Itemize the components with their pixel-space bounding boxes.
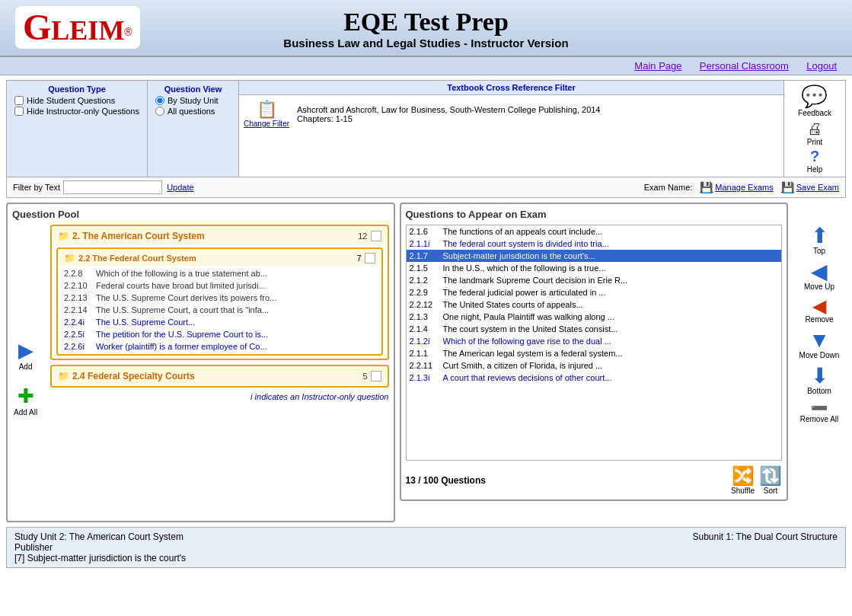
feedback-button[interactable]: 💬 Feedback xyxy=(798,84,831,117)
pool-group-1: 📁 2. The American Court System 12 📁 xyxy=(50,225,389,360)
exam-name-label: Exam Name: xyxy=(644,183,693,192)
question-pool-panel: Question Pool ▶ Add ✚ Add All 📁 2. The A… xyxy=(6,203,395,522)
q-item[interactable]: 2.1.3 One night, Paula Plaintiff was wal… xyxy=(407,311,782,323)
save-exam-button[interactable]: 💾 Save Exam xyxy=(781,181,839,193)
personal-classroom-link[interactable]: Personal Classroom xyxy=(700,60,789,72)
questions-count: 13 / 100 Questions xyxy=(406,475,486,486)
logo-text: GLEIM xyxy=(23,7,124,47)
questions-appear-title: Questions to Appear on Exam xyxy=(406,209,783,220)
filter-area: Question Type Hide Student Questions Hid… xyxy=(6,80,846,198)
manage-exams-button[interactable]: 💾 Manage Exams xyxy=(700,181,773,193)
pool-group-2: 📁 2.4 Federal Specialty Courts 5 xyxy=(50,365,389,388)
add-button[interactable]: ▶ Add xyxy=(18,339,34,371)
q-item-selected[interactable]: 2.1.7 Subject-matter jurisdiction is the… xyxy=(407,250,782,262)
pool-group-1-count: 12 xyxy=(358,231,367,241)
question-type-title: Question Type xyxy=(14,85,139,94)
q-item[interactable]: 2.1.1 The American legal system is a fed… xyxy=(407,347,782,359)
all-questions-label: All questions xyxy=(168,107,215,116)
pool-group-1-header[interactable]: 📁 2. The American Court System 12 xyxy=(53,228,386,244)
add-all-button[interactable]: ✚ Add All xyxy=(14,385,37,417)
remove-button[interactable]: ◀ Remove xyxy=(805,297,833,324)
update-button[interactable]: Update xyxy=(167,183,193,192)
folder-icon-1: 📁 xyxy=(58,231,69,241)
pool-subgroup-1: 📁 2.2 The Federal Court System 7 2.2.8 xyxy=(56,247,383,356)
pool-group-1-title: 2. The American Court System xyxy=(72,231,205,241)
help-button[interactable]: ? Help xyxy=(807,148,823,174)
bottom-question-text: [7] Subject-matter jurisdiction is the c… xyxy=(14,553,186,563)
q-item[interactable]: 2.2.9 The federal judicial power is arti… xyxy=(407,286,782,298)
filter-by-text-label: Filter by Text xyxy=(13,183,60,192)
pool-item-instructor[interactable]: 2.2.4i The U.S. Supreme Court... xyxy=(59,316,380,328)
main-content: Question Pool ▶ Add ✚ Add All 📁 2. The A… xyxy=(6,203,846,522)
nav-bar: Main Page Personal Classroom Logout xyxy=(0,57,852,75)
pool-subgroup-1-count: 7 xyxy=(356,254,361,263)
pool-group-2-count: 5 xyxy=(362,372,367,381)
by-study-unit-label: By Study Unit xyxy=(168,96,219,105)
hide-instructor-checkbox[interactable] xyxy=(14,107,24,116)
folder-icon-2: 📁 xyxy=(58,371,69,381)
pool-group-2-header[interactable]: 📁 2.4 Federal Specialty Courts 5 xyxy=(53,368,386,385)
shuffle-button[interactable]: 🔀 Shuffle xyxy=(731,465,755,495)
bottom-publisher: Publisher xyxy=(14,542,186,553)
q-item[interactable]: 2.1.2i Which of the following gave rise … xyxy=(407,335,782,347)
q-item[interactable]: 2.1.5 In the U.S., which of the followin… xyxy=(407,262,782,274)
textbook-publisher: Ashcroft and Ashcroft, Law for Business,… xyxy=(297,105,600,114)
remove-all-button[interactable]: ➖ Remove All xyxy=(800,401,839,423)
q-item[interactable]: 2.1.1i The federal court system is divid… xyxy=(407,238,782,250)
question-type-panel: Question Type Hide Student Questions Hid… xyxy=(7,81,148,177)
header: GLEIM® EQE Test Prep Business Law and Le… xyxy=(0,0,852,57)
q-item[interactable]: 2.1.6 The functions of an appeals court … xyxy=(407,225,782,238)
move-down-button[interactable]: ▼ Move Down xyxy=(799,330,840,359)
q-item[interactable]: 2.1.3i A court that reviews decisions of… xyxy=(407,372,782,384)
instructor-note: i indicates an Instructor-only question xyxy=(50,392,389,401)
bottom-button[interactable]: ⬇ Bottom xyxy=(807,365,831,395)
pool-subgroup-1-title: 2.2 The Federal Court System xyxy=(78,254,196,263)
top-button[interactable]: ⬆ Top xyxy=(811,225,828,255)
folder-icon-sub1: 📁 xyxy=(64,253,75,263)
pool-group-2-title: 2.4 Federal Specialty Courts xyxy=(72,371,195,381)
pool-subgroup-1-header[interactable]: 📁 2.2 The Federal Court System 7 xyxy=(59,251,380,266)
q-item[interactable]: 2.1.2 The landmark Supreme Court decisio… xyxy=(407,274,782,286)
pool-item[interactable]: 2.2.10 Federal courts have broad but lim… xyxy=(59,279,380,292)
pool-item-instructor[interactable]: 2.2.6i Worker (plaintiff) is a former em… xyxy=(59,340,380,353)
right-actions: ⬆ Top ◀ Move Up ◀ Remove ▼ Move Down ⬇ B… xyxy=(793,203,846,423)
hide-student-label: Hide Student Questions xyxy=(27,96,115,105)
textbook-chapters: Chapters: 1-15 xyxy=(297,114,600,123)
pool-item-instructor[interactable]: 2.2.5i The petition for the U.S. Supreme… xyxy=(59,328,380,340)
pool-item[interactable]: 2.2.8 Which of the following is a true s… xyxy=(59,267,380,279)
sort-button[interactable]: 🔃 Sort xyxy=(759,465,782,495)
q-item[interactable]: 2.2.12 The United States courts of appea… xyxy=(407,298,782,311)
questions-appear-panel: Questions to Appear on Exam 2.1.6 The fu… xyxy=(400,203,789,501)
pool-item[interactable]: 2.2.14 The U.S. Supreme Court, a court t… xyxy=(59,304,380,316)
q-item[interactable]: 2.2.11 Curt Smith, a citizen of Florida,… xyxy=(407,359,782,372)
by-study-unit-radio[interactable] xyxy=(155,96,164,105)
pool-item[interactable]: 2.2.13 The U.S. Supreme Court derives it… xyxy=(59,292,380,304)
question-view-title: Question View xyxy=(155,85,231,94)
print-button[interactable]: 🖨 Print xyxy=(807,120,823,146)
question-view-panel: Question View By Study Unit All question… xyxy=(148,81,239,177)
q-item[interactable]: 2.1.4 The court system in the United Sta… xyxy=(407,323,782,335)
change-filter-button[interactable]: 📋 Change Filter xyxy=(244,100,289,128)
hide-instructor-label: Hide Instructor-only Questions xyxy=(27,107,139,116)
pool-subgroup-1-items: 2.2.8 Which of the following is a true s… xyxy=(59,267,380,353)
right-icons-panel: 💬 Feedback 🖨 Print ? Help xyxy=(784,81,845,177)
textbook-filter-title: Textbook Cross Reference Filter xyxy=(239,81,783,95)
bottom-subunit: Subunit 1: The Dual Court Structure xyxy=(692,531,838,563)
bottom-info: Study Unit 2: The American Court System … xyxy=(6,527,846,568)
logout-link[interactable]: Logout xyxy=(806,60,837,72)
hide-student-checkbox[interactable] xyxy=(14,96,24,105)
main-page-link[interactable]: Main Page xyxy=(634,60,681,72)
filter-text-input[interactable] xyxy=(63,180,162,194)
textbook-filter-panel: Textbook Cross Reference Filter 📋 Change… xyxy=(239,81,784,177)
all-questions-radio[interactable] xyxy=(155,107,164,116)
bottom-study-unit: Study Unit 2: The American Court System xyxy=(14,531,186,542)
question-pool-title: Question Pool xyxy=(12,209,389,220)
move-up-button[interactable]: ◀ Move Up xyxy=(804,261,834,291)
questions-list[interactable]: 2.1.6 The functions of an appeals court … xyxy=(406,225,783,461)
logo: GLEIM® xyxy=(15,6,140,49)
